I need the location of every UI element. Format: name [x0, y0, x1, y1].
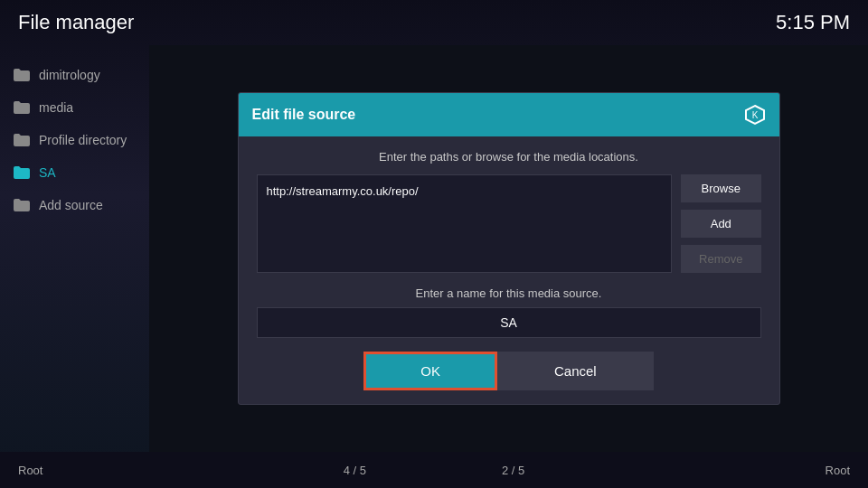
folder-icon [14, 199, 30, 211]
nav-counter-2: 2 / 5 [502, 464, 524, 477]
folder-icon [14, 134, 30, 146]
name-description: Enter a name for this media source. [257, 286, 761, 300]
sidebar-item-add-source[interactable]: Add source [0, 189, 149, 221]
bottombar: Root 4 / 5 2 / 5 Root [0, 452, 868, 488]
sidebar-label: SA [39, 165, 56, 180]
sidebar: dimitrology media Profile directory SA A… [0, 45, 149, 452]
folder-icon [14, 166, 30, 179]
sidebar-item-sa[interactable]: SA [0, 156, 149, 189]
sidebar-label: media [39, 100, 73, 115]
sidebar-label: dimitrology [39, 68, 100, 82]
dialog-actions: OK Cancel [257, 352, 761, 390]
folder-icon [14, 101, 30, 114]
sidebar-label: Add source [39, 198, 103, 212]
name-input[interactable] [257, 307, 761, 338]
dialog-header: Edit file source K [239, 93, 779, 136]
browse-button[interactable]: Browse [681, 174, 760, 202]
ok-button[interactable]: OK [363, 352, 497, 390]
sidebar-item-dimitrology[interactable]: dimitrology [0, 59, 149, 91]
bottom-center: 4 / 5 2 / 5 [344, 464, 525, 477]
kodi-icon: K [744, 104, 766, 126]
edit-file-source-dialog: Edit file source K Enter the paths or br… [238, 92, 780, 405]
cancel-button[interactable]: Cancel [497, 352, 654, 390]
sidebar-item-profile[interactable]: Profile directory [0, 124, 149, 156]
bottom-left: Root [18, 464, 42, 477]
dialog-description: Enter the paths or browse for the media … [257, 150, 761, 164]
sidebar-label: Profile directory [39, 133, 127, 147]
folder-icon [14, 69, 30, 81]
remove-button[interactable]: Remove [681, 245, 760, 273]
topbar: File manager 5:15 PM [0, 0, 868, 45]
path-entry: http://streamarmy.co.uk/repo/ [267, 184, 663, 198]
main-area: Edit file source K Enter the paths or br… [149, 45, 868, 452]
bottom-right: Root [826, 464, 850, 477]
paths-row: http://streamarmy.co.uk/repo/ Browse Add… [257, 174, 761, 273]
dialog-title: Edit file source [252, 107, 356, 123]
paths-box: http://streamarmy.co.uk/repo/ [257, 174, 673, 273]
clock: 5:15 PM [776, 11, 850, 34]
sidebar-item-media[interactable]: media [0, 91, 149, 124]
paths-buttons: Browse Add Remove [681, 174, 760, 273]
dialog-body: Enter the paths or browse for the media … [239, 136, 779, 404]
add-button[interactable]: Add [681, 210, 760, 238]
nav-counter-1: 4 / 5 [344, 464, 366, 477]
svg-text:K: K [751, 110, 758, 120]
app-title: File manager [18, 11, 134, 34]
